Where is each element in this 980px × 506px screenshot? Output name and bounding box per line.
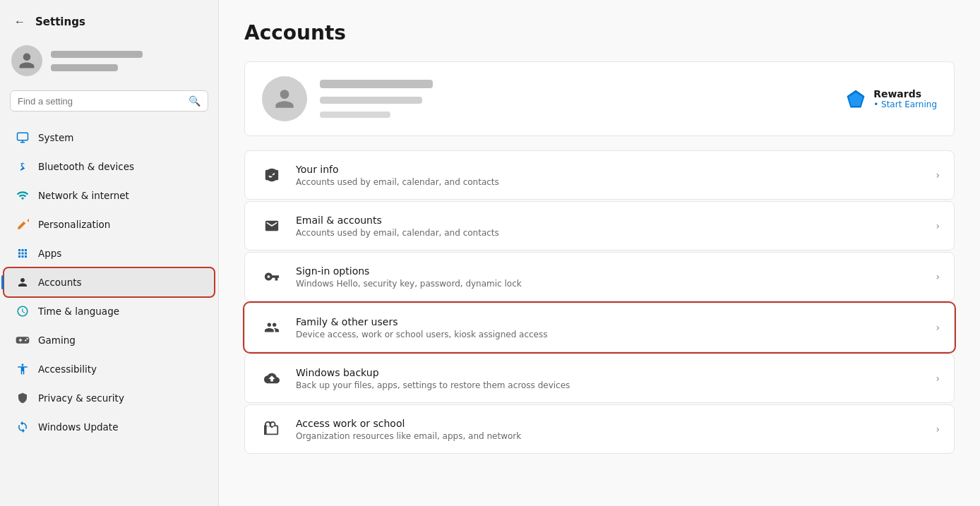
- sidebar-item-label-personalization: Personalization: [38, 219, 110, 230]
- sign-in-chevron: ›: [936, 271, 940, 282]
- email-accounts-desc: Accounts used by email, calendar, and co…: [296, 228, 936, 238]
- account-info: [320, 80, 433, 118]
- sidebar-item-label-apps: Apps: [38, 248, 61, 259]
- privacy-icon: [16, 391, 30, 405]
- avatar-large: [262, 76, 307, 121]
- active-indicator: [1, 275, 4, 289]
- sidebar-item-label-network: Network & internet: [38, 190, 129, 201]
- network-icon: [16, 188, 30, 203]
- settings-item-text-family-users: Family & other users Device access, work…: [296, 316, 936, 339]
- settings-item-text-sign-in: Sign-in options Windows Hello, security …: [296, 265, 936, 289]
- settings-item-text-email: Email & accounts Accounts used by email,…: [296, 215, 936, 238]
- settings-item-text-your-info: Your info Accounts used by email, calend…: [296, 164, 936, 187]
- sidebar-item-gaming[interactable]: Gaming: [4, 326, 214, 354]
- sidebar-item-label-windows-update: Windows Update: [38, 421, 118, 433]
- accounts-icon: [16, 275, 30, 289]
- sign-in-desc: Windows Hello, security key, password, d…: [296, 279, 936, 289]
- sidebar-item-label-system: System: [38, 132, 73, 143]
- settings-item-your-info[interactable]: Your info Accounts used by email, calend…: [244, 150, 955, 200]
- access-work-title: Access work or school: [296, 418, 936, 429]
- access-work-chevron: ›: [936, 423, 940, 435]
- sidebar-item-time[interactable]: Time & language: [4, 297, 214, 325]
- search-icon[interactable]: 🔍: [189, 95, 201, 107]
- nav-items: System Bluetooth & devices Network & int…: [0, 120, 218, 506]
- main-content: Accounts Rewards • Start Earning: [219, 0, 980, 506]
- account-profile-left: [262, 76, 433, 121]
- sidebar-item-network[interactable]: Network & internet: [4, 181, 214, 210]
- bluetooth-icon: [16, 159, 30, 174]
- sidebar-item-windows-update[interactable]: Windows Update: [4, 413, 214, 441]
- gaming-icon: [16, 333, 30, 347]
- sidebar-item-accounts[interactable]: Accounts: [4, 268, 214, 296]
- user-profile-area: [0, 38, 218, 88]
- name-blur-2: [51, 64, 118, 71]
- settings-item-sign-in[interactable]: Sign-in options Windows Hello, security …: [244, 252, 955, 301]
- sign-in-title: Sign-in options: [296, 265, 936, 277]
- windows-update-icon: [16, 420, 30, 434]
- account-profile-card: Rewards • Start Earning: [244, 61, 955, 136]
- your-info-icon: [259, 162, 285, 188]
- family-users-chevron: ›: [936, 322, 940, 333]
- name-blur-1: [51, 51, 143, 58]
- settings-item-access-work[interactable]: Access work or school Organization resou…: [244, 404, 955, 454]
- access-work-desc: Organization resources like email, apps,…: [296, 431, 936, 441]
- windows-backup-desc: Back up your files, apps, settings to re…: [296, 380, 936, 390]
- svg-rect-0: [18, 133, 28, 140]
- search-box[interactable]: 🔍: [10, 90, 208, 112]
- page-title: Accounts: [244, 21, 955, 44]
- sidebar-item-label-gaming: Gaming: [38, 335, 76, 346]
- search-input[interactable]: [18, 96, 183, 107]
- your-info-desc: Accounts used by email, calendar, and co…: [296, 177, 936, 187]
- settings-item-windows-backup[interactable]: Windows backup Back up your files, apps,…: [244, 354, 955, 403]
- sidebar-item-bluetooth[interactable]: Bluetooth & devices: [4, 152, 214, 181]
- sidebar-item-label-time: Time & language: [38, 306, 119, 317]
- accessibility-icon: [16, 362, 30, 376]
- sidebar-item-label-bluetooth: Bluetooth & devices: [38, 161, 134, 172]
- rewards-subtitle: • Start Earning: [873, 100, 937, 109]
- account-email-blur: [320, 97, 422, 104]
- settings-list: Your info Accounts used by email, calend…: [244, 150, 955, 454]
- your-info-chevron: ›: [936, 169, 940, 181]
- settings-title: Settings: [35, 16, 85, 28]
- sign-in-icon: [259, 264, 285, 289]
- rewards-area: Rewards • Start Earning: [845, 88, 937, 109]
- settings-item-email-accounts[interactable]: Email & accounts Accounts used by email,…: [244, 201, 955, 251]
- personalization-icon: [16, 217, 30, 231]
- sidebar-item-apps[interactable]: Apps: [4, 239, 214, 267]
- your-info-title: Your info: [296, 164, 936, 175]
- sidebar-item-label-accounts: Accounts: [38, 277, 82, 288]
- rewards-title: Rewards: [873, 88, 937, 100]
- rewards-icon: [845, 88, 866, 109]
- sidebar: ← Settings 🔍 System Bluet: [0, 0, 219, 506]
- sidebar-item-privacy[interactable]: Privacy & security: [4, 384, 214, 412]
- access-work-icon: [259, 416, 285, 442]
- family-users-title: Family & other users: [296, 316, 936, 327]
- settings-item-family-users[interactable]: Family & other users Device access, work…: [244, 303, 955, 352]
- sidebar-header: ← Settings: [0, 0, 218, 38]
- settings-item-text-windows-backup: Windows backup Back up your files, apps,…: [296, 367, 936, 390]
- sidebar-item-label-privacy: Privacy & security: [38, 392, 124, 404]
- back-button[interactable]: ←: [11, 13, 28, 31]
- sidebar-item-personalization[interactable]: Personalization: [4, 210, 214, 239]
- email-accounts-chevron: ›: [936, 220, 940, 231]
- avatar: [11, 45, 42, 76]
- windows-backup-icon: [259, 366, 285, 391]
- family-users-desc: Device access, work or school users, kio…: [296, 330, 936, 339]
- settings-item-text-access-work: Access work or school Organization resou…: [296, 418, 936, 441]
- sidebar-item-label-accessibility: Accessibility: [38, 363, 97, 375]
- email-accounts-icon: [259, 213, 285, 239]
- rewards-text: Rewards • Start Earning: [873, 88, 937, 109]
- time-icon: [16, 304, 30, 318]
- sidebar-item-accessibility[interactable]: Accessibility: [4, 355, 214, 383]
- user-name: [51, 51, 143, 71]
- system-icon: [16, 131, 30, 145]
- windows-backup-chevron: ›: [936, 373, 940, 384]
- apps-icon: [16, 246, 30, 260]
- account-name-blur: [320, 80, 433, 88]
- email-accounts-title: Email & accounts: [296, 215, 936, 226]
- windows-backup-title: Windows backup: [296, 367, 936, 378]
- account-type-blur: [320, 112, 390, 118]
- family-users-icon: [259, 315, 285, 340]
- sidebar-item-system[interactable]: System: [4, 124, 214, 152]
